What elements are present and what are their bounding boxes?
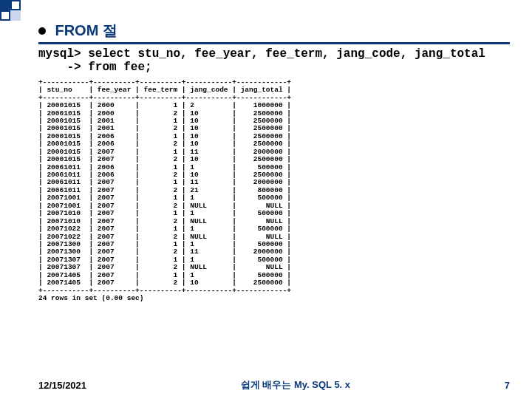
query-result-table: +-----------+----------+----------+-----… bbox=[38, 79, 510, 303]
slide-footer: 12/15/2021 쉽게 배우는 My. SQL 5. x 7 bbox=[38, 378, 510, 392]
section-title: FROM 절 bbox=[55, 22, 117, 38]
footer-title: 쉽게 배우는 My. SQL 5. x bbox=[241, 378, 350, 392]
slide-content: FROM 절 mysql> select stu_no, fee_year, f… bbox=[38, 21, 510, 302]
bullet-icon bbox=[38, 27, 46, 35]
page-number: 7 bbox=[505, 380, 510, 391]
deco-square bbox=[0, 10, 10, 21]
sql-query: mysql> select stu_no, fee_year, fee_term… bbox=[38, 47, 510, 75]
section-heading: FROM 절 bbox=[38, 21, 510, 44]
sql-line: mysql> select stu_no, fee_year, fee_term… bbox=[38, 47, 485, 61]
footer-date: 12/15/2021 bbox=[38, 380, 86, 391]
deco-square bbox=[0, 0, 10, 10]
corner-decoration bbox=[0, 0, 22, 37]
deco-square bbox=[10, 0, 21, 10]
deco-square bbox=[10, 10, 21, 21]
sql-line: -> from fee; bbox=[38, 61, 152, 74]
